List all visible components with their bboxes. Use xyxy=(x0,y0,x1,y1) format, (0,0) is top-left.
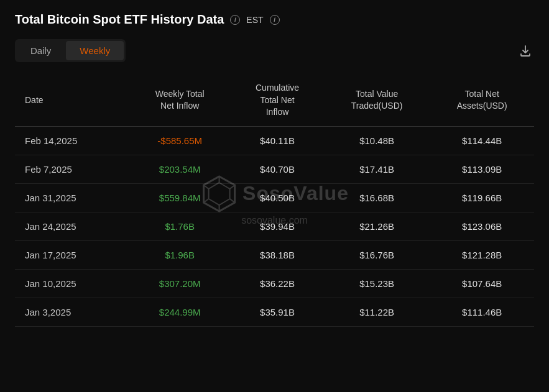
table-row: Jan 10,2025$307.20M$36.22B$15.23B$107.64… xyxy=(15,269,534,298)
timezone-label: EST xyxy=(246,15,263,25)
table-row: Jan 3,2025$244.99M$35.91B$11.22B$111.46B xyxy=(15,298,534,326)
tab-daily[interactable]: Daily xyxy=(17,41,65,60)
cell-total-value-traded: $16.76B xyxy=(324,240,430,269)
tab-weekly[interactable]: Weekly xyxy=(66,41,124,60)
cell-date: Feb 7,2025 xyxy=(15,155,129,183)
table-row: Jan 17,2025$1.96B$38.18B$16.76B$121.28B xyxy=(15,240,534,269)
title-info-icon[interactable]: i xyxy=(230,15,240,25)
cell-date: Jan 24,2025 xyxy=(15,212,129,240)
table-row: Jan 31,2025$559.84M$40.50B$16.68B$119.66… xyxy=(15,183,534,212)
table-row: Feb 14,2025-$585.65M$40.11B$10.48B$114.4… xyxy=(15,126,534,155)
col-header-date: Date xyxy=(15,75,129,126)
cell-cumulative-net-inflow: $35.91B xyxy=(231,298,324,326)
page-header: Total Bitcoin Spot ETF History Data i ES… xyxy=(15,12,534,27)
cell-total-net-assets: $113.09B xyxy=(430,155,534,183)
cell-weekly-net-inflow: $1.76B xyxy=(129,212,231,240)
col-header-cumulative-net-inflow: CumulativeTotal NetInflow xyxy=(231,75,324,126)
col-header-weekly-net-inflow: Weekly TotalNet Inflow xyxy=(129,75,231,126)
cell-cumulative-net-inflow: $39.94B xyxy=(231,212,324,240)
cell-total-value-traded: $21.26B xyxy=(324,212,430,240)
cell-date: Feb 14,2025 xyxy=(15,126,129,155)
cell-total-net-assets: $114.44B xyxy=(430,126,534,155)
cell-cumulative-net-inflow: $40.11B xyxy=(231,126,324,155)
cell-total-value-traded: $10.48B xyxy=(324,126,430,155)
cell-weekly-net-inflow: -$585.65M xyxy=(129,126,231,155)
cell-cumulative-net-inflow: $40.50B xyxy=(231,183,324,212)
col-header-total-value-traded: Total ValueTraded(USD) xyxy=(324,75,430,126)
cell-date: Jan 10,2025 xyxy=(15,269,129,298)
cell-total-net-assets: $111.46B xyxy=(430,298,534,326)
cell-total-net-assets: $107.64B xyxy=(430,269,534,298)
tabs-row: Daily Weekly xyxy=(15,39,534,62)
cell-cumulative-net-inflow: $36.22B xyxy=(231,269,324,298)
col-header-total-net-assets: Total NetAssets(USD) xyxy=(430,75,534,126)
cell-date: Jan 17,2025 xyxy=(15,240,129,269)
cell-cumulative-net-inflow: $40.70B xyxy=(231,155,324,183)
cell-weekly-net-inflow: $203.54M xyxy=(129,155,231,183)
export-icon[interactable] xyxy=(517,42,534,60)
table-row: Jan 24,2025$1.76B$39.94B$21.26B$123.06B xyxy=(15,212,534,240)
cell-total-value-traded: $11.22B xyxy=(324,298,430,326)
cell-total-value-traded: $15.23B xyxy=(324,269,430,298)
cell-date: Jan 31,2025 xyxy=(15,183,129,212)
cell-date: Jan 3,2025 xyxy=(15,298,129,326)
cell-weekly-net-inflow: $307.20M xyxy=(129,269,231,298)
cell-total-net-assets: $119.66B xyxy=(430,183,534,212)
cell-total-value-traded: $16.68B xyxy=(324,183,430,212)
tab-group: Daily Weekly xyxy=(15,39,126,62)
table-header-row: Date Weekly TotalNet Inflow CumulativeTo… xyxy=(15,75,534,126)
table-row: Feb 7,2025$203.54M$40.70B$17.41B$113.09B xyxy=(15,155,534,183)
cell-cumulative-net-inflow: $38.18B xyxy=(231,240,324,269)
cell-weekly-net-inflow: $1.96B xyxy=(129,240,231,269)
page-title: Total Bitcoin Spot ETF History Data xyxy=(15,12,224,27)
data-table: Date Weekly TotalNet Inflow CumulativeTo… xyxy=(15,75,534,327)
cell-weekly-net-inflow: $244.99M xyxy=(129,298,231,326)
cell-total-value-traded: $17.41B xyxy=(324,155,430,183)
cell-total-net-assets: $123.06B xyxy=(430,212,534,240)
timezone-info-icon[interactable]: i xyxy=(270,15,280,25)
table-container: Date Weekly TotalNet Inflow CumulativeTo… xyxy=(15,75,534,327)
cell-weekly-net-inflow: $559.84M xyxy=(129,183,231,212)
cell-total-net-assets: $121.28B xyxy=(430,240,534,269)
